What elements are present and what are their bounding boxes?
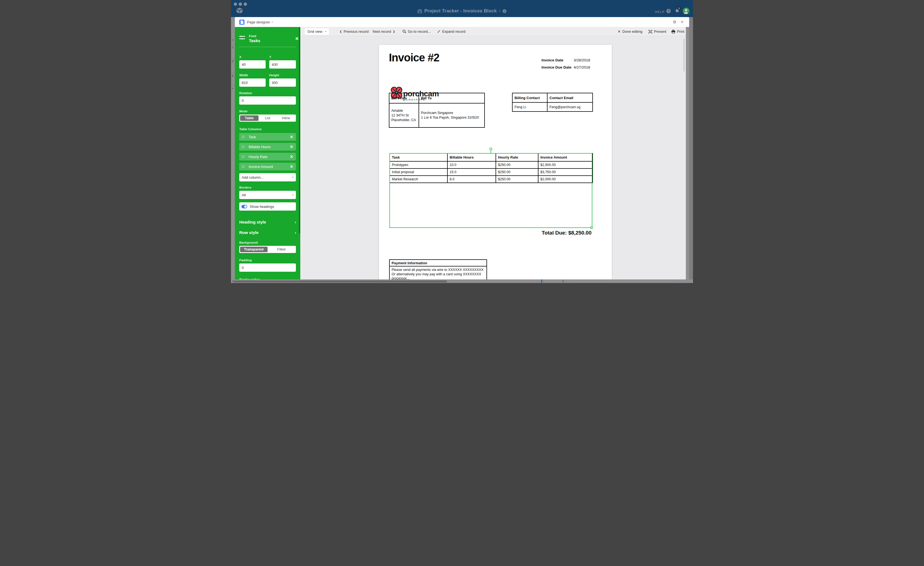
contact-table: Billing Contact Contact Email Feng Li Fe… (512, 93, 593, 112)
record-toolbar: Grid view ▾ ❮ Previous record Next recor… (300, 27, 686, 36)
background-label: Background (239, 241, 258, 244)
mode-option-inline[interactable]: Inline (277, 115, 295, 121)
remove-column-icon[interactable]: ✕ (290, 145, 293, 149)
invoice-page[interactable]: Invoice #2 Invoice Date 3/28/2018 Invoic… (379, 45, 612, 279)
app-titlebar: Project Tracker - Invoices Block ▾ HELP … (231, 0, 693, 17)
done-editing-button[interactable]: ✕ Done editing (618, 27, 642, 36)
bill-to-cell: Porchcam Singapore 1 Lor 6 Toa Payoh, Si… (419, 103, 484, 128)
items-header-hourly-rate: Hourly Rate (496, 154, 538, 161)
search-icon (403, 30, 406, 33)
rotation-label: Rotation (239, 92, 252, 95)
background-option-filled[interactable]: Filled (268, 247, 295, 252)
borders-label: Borders (239, 186, 251, 189)
horizontal-scrollbar[interactable] (234, 280, 447, 283)
items-header-task: Task (390, 154, 447, 161)
y-label: Y (269, 55, 272, 59)
presence-dot (688, 12, 690, 15)
remove-column-icon[interactable]: ✕ (290, 164, 293, 169)
padding-input[interactable] (239, 263, 296, 272)
block-menu-caret-icon[interactable]: ▾ (272, 21, 273, 23)
app-title-group[interactable]: Project Tracker - Invoices Block ▾ (231, 7, 693, 15)
close-icon: ✕ (618, 29, 621, 33)
chevron-down-icon: ▾ (292, 194, 293, 196)
payment-header: Payment Information (389, 260, 487, 266)
show-headings-toggle[interactable] (242, 205, 247, 208)
invoice-due-date-value: 4/27/2018 (574, 65, 590, 69)
add-column-select[interactable]: Add column... ▾ (239, 173, 296, 181)
field-settings-icon (239, 36, 245, 40)
selection-resize-handle[interactable] (590, 227, 592, 229)
page-title: Project Tracker - Invoices Block (424, 8, 496, 14)
present-icon (648, 30, 652, 33)
next-record-button[interactable]: Next record ❯ (373, 27, 395, 36)
bill-from-header: Bill From (389, 93, 419, 103)
heading-style-section[interactable]: Heading style (239, 220, 266, 224)
selection-rotate-handle[interactable] (489, 148, 492, 150)
column-chip-task[interactable]: Task ✕ (239, 133, 296, 141)
block-close-icon[interactable]: ✕ (681, 20, 684, 24)
block-name[interactable]: Page designer (247, 20, 270, 24)
window-zoom-button[interactable] (244, 3, 247, 6)
info-icon[interactable] (502, 9, 507, 13)
mode-option-table[interactable]: Table (240, 115, 258, 121)
table-row: Initial proposal15.0 $250.00$3,750.00 (390, 169, 592, 176)
y-input[interactable] (269, 60, 296, 69)
height-input[interactable] (269, 78, 296, 87)
contact-email-cell: Feng@porchcam.sg (547, 102, 592, 111)
print-button[interactable]: Print (671, 27, 684, 36)
go-to-record-button[interactable]: Go to record... (403, 27, 430, 36)
collapse-chevron-icon[interactable]: ‹ (295, 230, 296, 235)
mode-option-list[interactable]: List (258, 115, 277, 121)
chevron-down-icon: ▾ (292, 176, 293, 179)
print-icon (671, 30, 675, 33)
page-designer-block-icon (239, 20, 244, 25)
billing-contact-header: Billing Contact (512, 93, 547, 102)
dim-blue-accent (541, 279, 542, 283)
design-canvas[interactable]: Invoice #2 Invoice Date 3/28/2018 Invoic… (300, 36, 686, 279)
column-chip-hourly-rate[interactable]: Hourly Rate ✕ (239, 153, 296, 161)
view-picker-button[interactable]: Grid view ▾ (305, 29, 329, 35)
rotation-input[interactable] (239, 96, 296, 105)
briefcase-icon (417, 9, 422, 13)
dim-row-number: 3 (232, 280, 234, 283)
column-chip-billable-hours[interactable]: Billable Hours ✕ (239, 143, 296, 151)
collapse-chevron-icon[interactable]: ‹ (295, 220, 296, 224)
x-input[interactable] (239, 60, 266, 69)
remove-column-icon[interactable]: ✕ (290, 135, 293, 139)
page-designer-header: Page designer ▾ ⚙ ✕ (235, 17, 689, 27)
items-header-billable-hours: Billable Hours (447, 154, 496, 161)
present-button[interactable]: Present (648, 27, 666, 36)
drag-handle-icon[interactable] (242, 165, 244, 168)
block-settings-gear-icon[interactable]: ⚙ (673, 20, 676, 24)
items-table[interactable]: Task Billable Hours Hourly Rate Invoice … (389, 153, 593, 183)
row-checkbox (232, 39, 234, 41)
invoice-due-date-label: Invoice Due Date (542, 65, 572, 69)
width-label: Width (239, 74, 248, 77)
panel-close-icon[interactable]: ✕ (295, 36, 298, 41)
background-option-transparent[interactable]: Transparent (240, 247, 268, 252)
expand-record-button[interactable]: Expand record (437, 27, 466, 36)
notification-badge: 1 (677, 6, 681, 10)
x-label: X (239, 55, 242, 59)
drag-handle-icon[interactable] (242, 135, 244, 138)
row-style-section[interactable]: Row style (239, 230, 258, 235)
previous-record-button[interactable]: ❮ Previous record (340, 27, 369, 36)
remove-column-icon[interactable]: ✕ (290, 154, 293, 159)
field-settings-panel: Field Tasks ✕ X Y Width Height Rotation … (235, 27, 300, 279)
field-name: Tasks (249, 38, 260, 43)
mode-segmented-control: Table List Inline (239, 114, 296, 122)
window-minimize-button[interactable] (239, 3, 242, 6)
window-close-button[interactable] (234, 3, 237, 6)
canvas-scrollbar[interactable] (683, 39, 685, 72)
expand-icon (437, 30, 441, 33)
bill-to-header: Bill To (419, 93, 484, 103)
show-headings-row[interactable]: Show headings (239, 202, 296, 211)
help-link[interactable]: HELP (655, 9, 664, 14)
help-question-icon[interactable]: ? (666, 9, 671, 13)
mode-label: Mode (239, 110, 248, 113)
drag-handle-icon[interactable] (242, 145, 244, 148)
drag-handle-icon[interactable] (242, 155, 244, 158)
borders-select[interactable]: All ▾ (239, 191, 296, 199)
column-chip-invoice-amount[interactable]: Invoice Amount ✕ (239, 163, 296, 170)
width-input[interactable] (239, 78, 266, 87)
